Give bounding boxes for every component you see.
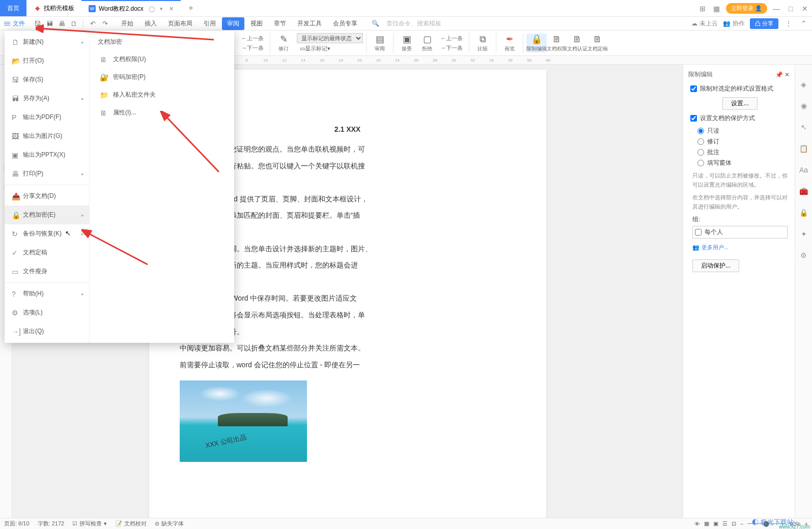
- tab-review[interactable]: 审阅: [222, 17, 244, 30]
- proofing-button[interactable]: 📝 文档校对: [115, 520, 147, 527]
- sparkle-icon[interactable]: ✦: [799, 229, 808, 239]
- radio-forms[interactable]: 填写窗体: [697, 159, 790, 167]
- paragraph[interactable]: 前需要停止读取，word 会记住您的停止位置 - 即使在另一: [180, 358, 516, 372]
- menu-new[interactable]: 🗋新建(N)▸: [5, 33, 89, 51]
- compare-button[interactable]: ⧉比较: [472, 34, 493, 52]
- login-button[interactable]: 立即登录 👤: [726, 3, 767, 14]
- menu-encrypt[interactable]: 🔒文档加密(E)▸: [5, 205, 89, 224]
- close-window-icon[interactable]: ✕: [800, 4, 810, 14]
- menu-finalize[interactable]: ✓文档定稿: [5, 243, 89, 262]
- spellcheck-toggle[interactable]: ☑ 拼写检查 ▾: [72, 520, 107, 527]
- doc-permission-button[interactable]: 🗎文档权限: [547, 34, 567, 52]
- tab-insert[interactable]: 插入: [139, 17, 162, 30]
- menu-save-as[interactable]: 🖬另存为(A)▸: [5, 89, 89, 108]
- tab-reference[interactable]: 引用: [199, 17, 221, 30]
- sub-private-folder[interactable]: 📁移入私密文件夹: [98, 86, 226, 104]
- redo-icon[interactable]: ↷: [100, 18, 110, 28]
- tab-section[interactable]: 章节: [269, 17, 291, 30]
- text-tool-icon[interactable]: Aa: [799, 165, 808, 174]
- doc-cert-button[interactable]: 🗎文档认证: [567, 34, 587, 52]
- radio-comments[interactable]: 批注: [697, 148, 790, 157]
- undo-icon[interactable]: ↶: [88, 18, 98, 28]
- document-image[interactable]: XXX 公司出品: [180, 380, 307, 462]
- review-pane-button[interactable]: ▤审阅: [370, 34, 390, 52]
- pin-icon[interactable]: 📌: [775, 71, 783, 78]
- tab-developer[interactable]: 开发工具: [292, 17, 327, 30]
- outline-icon[interactable]: ☰: [722, 520, 727, 527]
- file-menu-button[interactable]: 文件: [0, 19, 29, 28]
- dropdown-icon[interactable]: ▾: [160, 6, 163, 12]
- menu-compress[interactable]: ▭文件瘦身: [5, 262, 89, 281]
- tab-view[interactable]: 视图: [245, 17, 268, 30]
- web-layout-icon[interactable]: ▣: [713, 520, 718, 527]
- close-icon[interactable]: ✕: [169, 6, 174, 12]
- toolbox-icon[interactable]: 🧰: [799, 187, 808, 196]
- track-changes-button[interactable]: ✎修订: [273, 34, 294, 52]
- close-panel-icon[interactable]: ✕: [785, 71, 790, 78]
- menu-export-pdf[interactable]: P输出为PDF(F): [5, 108, 89, 127]
- cloud-status[interactable]: ☁ 未上云: [691, 19, 718, 28]
- radio-tracked[interactable]: 修订: [697, 137, 790, 146]
- next-change-button[interactable]: → 下一条: [437, 44, 466, 52]
- collapse-ribbon-icon[interactable]: ⌃: [799, 18, 809, 28]
- paragraph[interactable]: 中阅读更加容易。可以折叠文档某些部分并关注所需文本。: [180, 341, 516, 355]
- read-mode-icon[interactable]: ▦: [704, 520, 709, 527]
- tab-member[interactable]: 会员专享: [328, 17, 362, 30]
- group-everyone-checkbox[interactable]: 每个人: [692, 226, 788, 239]
- radio-readonly[interactable]: 只读: [697, 127, 790, 135]
- sub-permissions[interactable]: 🗎文档权限(U): [98, 50, 226, 68]
- zoom-out-button[interactable]: −: [740, 521, 743, 527]
- save-icon[interactable]: 🖫: [32, 18, 42, 28]
- save-as-icon[interactable]: 🖬: [44, 18, 54, 28]
- more-users-link[interactable]: 👥更多用户...: [692, 244, 788, 251]
- notification-icon[interactable]: ◉: [799, 101, 808, 110]
- restrict-editing-button[interactable]: 🔒限制编辑: [526, 34, 547, 52]
- coop-button[interactable]: 👥 协作: [723, 19, 745, 28]
- missing-fonts-button[interactable]: ⊘ 缺失字体: [155, 520, 184, 527]
- menu-save[interactable]: 🖫保存(S): [5, 70, 89, 89]
- menu-export-image[interactable]: 🖼输出为图片(G): [5, 127, 89, 145]
- share-button[interactable]: 凸 分享: [750, 18, 778, 29]
- menu-print[interactable]: 🖶打印(P)▸: [5, 164, 89, 183]
- new-tab-button[interactable]: +: [181, 0, 201, 16]
- apps-icon[interactable]: ▦: [712, 4, 722, 14]
- menu-options[interactable]: ⚙选项(L): [5, 303, 89, 322]
- accept-button[interactable]: ▣接受: [397, 34, 417, 52]
- show-markup-button[interactable]: ▭ 显示标记 ▾: [297, 44, 363, 53]
- settings-button[interactable]: 设置...: [722, 97, 757, 110]
- prev-change-button[interactable]: ← 上一条: [437, 34, 466, 43]
- protection-checkbox[interactable]: 设置文档的保护方式: [690, 114, 790, 123]
- tab-document[interactable]: W Word教程2.docx ◯ ▾ ✕: [81, 0, 181, 16]
- next-comment-button[interactable]: → 下一条: [238, 44, 267, 52]
- view-mode-icon[interactable]: 👁: [694, 521, 700, 527]
- page-indicator[interactable]: 页面: 8/10: [4, 520, 30, 527]
- format-restriction-checkbox[interactable]: 限制对选定的样式设置格式: [690, 84, 790, 93]
- lock-icon[interactable]: 🔒: [799, 208, 808, 217]
- sub-properties[interactable]: 🗎属性(I)...: [98, 104, 226, 122]
- menu-share[interactable]: 📤分享文档(D): [5, 187, 89, 205]
- search-area[interactable]: 🔍 查找命令、搜索模板: [372, 19, 441, 28]
- menu-exit[interactable]: →]退出(Q): [5, 322, 89, 341]
- diamond-icon[interactable]: ◈: [799, 80, 808, 89]
- menu-backup[interactable]: ↻备份与恢复(K)▸: [5, 224, 89, 243]
- gear-icon[interactable]: ⚙: [799, 251, 808, 260]
- more-icon[interactable]: ⋮: [783, 18, 794, 28]
- start-protection-button[interactable]: 启动保护...: [692, 259, 739, 272]
- minimize-icon[interactable]: ―: [771, 4, 781, 14]
- select-icon[interactable]: ↖: [799, 123, 808, 132]
- layout-icon[interactable]: ⊞: [697, 4, 708, 14]
- menu-help[interactable]: ?帮助(H)▸: [5, 284, 89, 303]
- word-count[interactable]: 字数: 2172: [38, 520, 65, 527]
- sub-password[interactable]: 🔐密码加密(P): [98, 68, 226, 86]
- tab-layout[interactable]: 页面布局: [163, 17, 198, 30]
- tab-templates[interactable]: ◆ 找稻壳模板: [26, 0, 81, 16]
- maximize-icon[interactable]: □: [786, 4, 796, 14]
- prev-comment-button[interactable]: ← 上一条: [238, 34, 267, 43]
- tab-home[interactable]: 首页: [0, 0, 26, 16]
- print-icon[interactable]: 🖶: [57, 18, 67, 28]
- clipboard-icon[interactable]: 📋: [799, 144, 808, 153]
- print-preview-icon[interactable]: 🗋: [69, 18, 79, 28]
- menu-open[interactable]: 📂打开(O): [5, 51, 89, 70]
- zoom-fit-icon[interactable]: ⊡: [732, 520, 736, 527]
- doc-final-button[interactable]: 🗎文档定稿: [587, 34, 608, 52]
